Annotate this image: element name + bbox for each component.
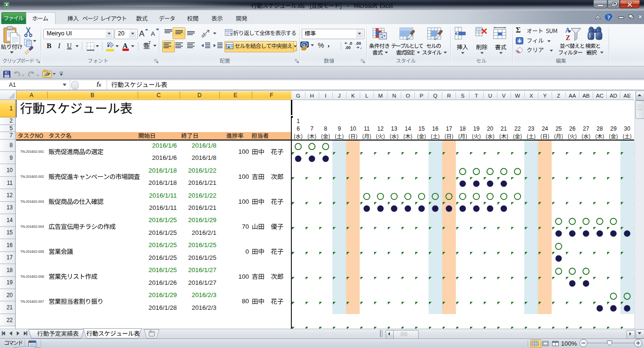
svg-text:,: , bbox=[328, 41, 330, 48]
svg-text:$: $ bbox=[303, 43, 305, 47]
svg-text:A: A bbox=[151, 30, 155, 37]
svg-text:?: ? bbox=[607, 14, 611, 21]
svg-text:A: A bbox=[565, 27, 570, 34]
svg-text:B: B bbox=[47, 42, 51, 50]
svg-text:a: a bbox=[228, 44, 230, 49]
svg-text:ab: ab bbox=[200, 31, 207, 38]
svg-text:A: A bbox=[139, 29, 145, 38]
svg-text:A: A bbox=[123, 42, 128, 50]
svg-text:%: % bbox=[318, 41, 324, 49]
svg-text:I: I bbox=[58, 42, 61, 50]
svg-text:U: U bbox=[67, 42, 72, 50]
svg-text:.0: .0 bbox=[360, 45, 362, 50]
svg-text:Z: Z bbox=[566, 34, 570, 41]
svg-text:.00: .00 bbox=[345, 45, 351, 50]
